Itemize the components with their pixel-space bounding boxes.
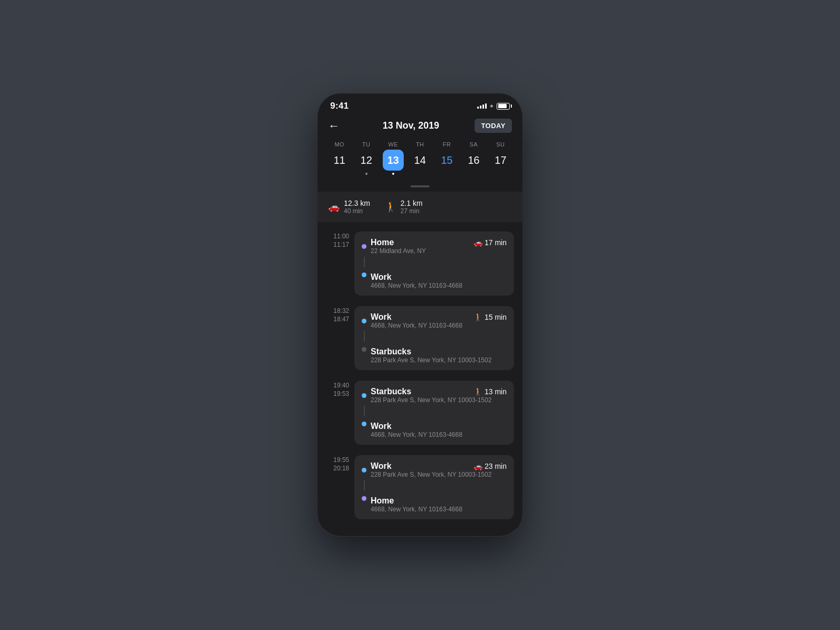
walk-icon: 🚶	[385, 201, 396, 213]
calendar-day-12[interactable]: TU12	[354, 141, 379, 175]
connector-line	[364, 331, 365, 342]
day-number: 15	[436, 150, 457, 171]
trip-time-end: 20:18	[333, 465, 349, 472]
back-button[interactable]: ←	[328, 119, 347, 133]
connector-line	[364, 257, 365, 267]
today-button[interactable]: TODAY	[475, 119, 512, 133]
car-icon: 🚗	[328, 201, 340, 213]
day-label: TH	[416, 141, 424, 148]
dest-address: 4668, New York, NY 10163-4668	[371, 282, 463, 289]
trip-time-start: 19:55	[333, 456, 349, 464]
transport-info: 🚶15 min	[474, 313, 507, 321]
trip-list: 11:0011:17Home🚗17 min22 Midland Ave, NYW…	[318, 222, 522, 529]
dest-name: Work	[371, 272, 463, 282]
status-time: 9:41	[330, 101, 349, 111]
calendar-day-13[interactable]: WE13	[381, 141, 406, 175]
dest-dot	[362, 422, 366, 426]
day-number: 12	[356, 150, 377, 171]
day-label: SU	[496, 141, 505, 148]
day-label: FR	[443, 141, 451, 148]
dest-name: Work	[371, 422, 463, 431]
scroll-handle	[318, 181, 522, 192]
trip-time-start: 19:40	[333, 382, 349, 389]
day-number: 17	[490, 150, 511, 171]
day-label: SA	[469, 141, 478, 148]
dest-address: 4668, New York, NY 10163-4668	[371, 506, 463, 513]
origin-dot	[362, 393, 366, 398]
transport-info: 🚗23 min	[474, 462, 507, 470]
origin-address: 4668, New York, NY 10163-4668	[371, 322, 507, 329]
status-bar: 9:41 ⌖	[318, 93, 522, 114]
calendar-day-14[interactable]: TH14	[407, 141, 433, 175]
trip-row[interactable]: 18:3218:47Work🚶15 min4668, New York, NY …	[318, 301, 522, 375]
day-number: 11	[329, 150, 350, 171]
walk-duration: 27 min	[401, 207, 423, 215]
transport-duration: 23 min	[485, 462, 507, 470]
calendar-day-11[interactable]: MO11	[327, 141, 352, 175]
day-label: MO	[334, 141, 344, 148]
trip-row[interactable]: 19:5520:18Work🚗23 min228 Park Ave S, New…	[318, 450, 522, 524]
dest-address: 4668, New York, NY 10163-4668	[371, 431, 463, 438]
trip-card: Home🚗17 min22 Midland Ave, NYWork4668, N…	[354, 232, 514, 296]
trip-time-end: 19:53	[333, 390, 349, 397]
calendar-strip: MO11TU12WE13TH14FR15SA16SU17	[318, 141, 522, 181]
trip-row[interactable]: 11:0011:17Home🚗17 min22 Midland Ave, NYW…	[318, 226, 522, 301]
origin-dot	[362, 244, 366, 249]
dest-dot	[362, 347, 366, 352]
calendar-day-17[interactable]: SU17	[488, 141, 513, 175]
day-number: 16	[463, 150, 484, 171]
trip-row[interactable]: 19:4019:53Starbucks🚶13 min228 Park Ave S…	[318, 375, 522, 450]
signal-icon	[477, 103, 487, 109]
calendar-day-15[interactable]: FR15	[434, 141, 459, 175]
dest-address: 228 Park Ave S, New York, NY 10003-1502	[371, 356, 491, 364]
trip-time-start: 11:00	[333, 233, 349, 240]
trip-card: Work🚗23 min228 Park Ave S, New York, NY …	[354, 455, 514, 519]
transport-duration: 17 min	[485, 238, 507, 247]
connector-line	[364, 480, 365, 491]
trip-time-end: 11:17	[333, 241, 349, 248]
dest-name: Starbucks	[371, 347, 491, 356]
transport-duration: 13 min	[485, 387, 507, 396]
origin-name: Work	[371, 461, 392, 471]
transport-info: 🚶13 min	[474, 387, 507, 396]
day-number: 13	[383, 150, 404, 171]
day-dot	[365, 173, 368, 175]
car-duration: 40 min	[344, 207, 370, 215]
car-icon: 🚗	[474, 462, 482, 470]
day-number: 14	[410, 150, 430, 171]
origin-name: Work	[371, 312, 392, 322]
origin-address: 228 Park Ave S, New York, NY 10003-1502	[371, 396, 507, 404]
dest-dot	[362, 496, 366, 501]
phone-frame: 9:41 ⌖ ← 13 Nov, 2019 TODAY MO11TU12WE13…	[318, 93, 522, 537]
battery-icon	[497, 103, 510, 110]
walk-icon: 🚶	[474, 387, 482, 396]
calendar-day-16[interactable]: SA16	[461, 141, 486, 175]
origin-dot	[362, 319, 366, 323]
trip-time-start: 18:32	[333, 307, 349, 314]
transport-info: 🚗17 min	[474, 238, 507, 247]
origin-name: Starbucks	[371, 387, 411, 396]
trip-card: Starbucks🚶13 min228 Park Ave S, New York…	[354, 381, 514, 445]
trip-time-end: 18:47	[333, 316, 349, 323]
header: ← 13 Nov, 2019 TODAY	[318, 114, 522, 141]
wifi-icon: ⌖	[490, 102, 494, 110]
walk-icon: 🚶	[474, 313, 482, 321]
transport-duration: 15 min	[485, 313, 507, 321]
dest-name: Home	[371, 496, 463, 506]
status-icons: ⌖	[477, 102, 510, 110]
summary-bar: 🚗 12.3 km 40 min 🚶 2.1 km 27 min	[318, 192, 522, 222]
day-label: TU	[362, 141, 371, 148]
car-icon: 🚗	[474, 238, 482, 247]
connector-line	[364, 406, 365, 416]
trip-card: Work🚶15 min4668, New York, NY 10163-4668…	[354, 306, 514, 370]
dest-dot	[362, 272, 366, 277]
walk-distance: 2.1 km	[401, 199, 423, 207]
car-stat: 🚗 12.3 km 40 min	[328, 199, 370, 215]
origin-name: Home	[371, 238, 394, 247]
origin-address: 228 Park Ave S, New York, NY 10003-1502	[371, 471, 507, 478]
page-title: 13 Nov, 2019	[383, 120, 439, 131]
car-distance: 12.3 km	[344, 199, 370, 207]
day-row: MO11TU12WE13TH14FR15SA16SU17	[326, 141, 514, 175]
origin-dot	[362, 468, 366, 472]
walk-stat: 🚶 2.1 km 27 min	[385, 199, 423, 215]
